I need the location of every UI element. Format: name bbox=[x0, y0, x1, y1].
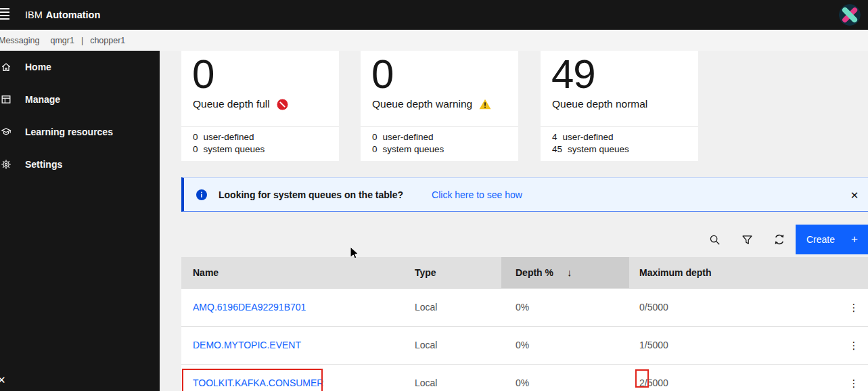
row-overflow-menu-icon[interactable]: ⋮ bbox=[847, 289, 861, 326]
column-header-maximum-depth[interactable]: Maximum depth bbox=[639, 257, 712, 288]
table-row: TOOLKIT.KAFKA.CONSUMER Local 0% 2/5000 ⋮ bbox=[181, 364, 868, 391]
filter-button[interactable] bbox=[731, 225, 763, 254]
card-value: 49 bbox=[551, 52, 595, 97]
warning-icon bbox=[479, 99, 491, 110]
sidebar-item-home[interactable]: Home bbox=[0, 51, 160, 83]
card-stats: 0user-defined 0system queues bbox=[372, 131, 444, 156]
breadcrumb-separator: | bbox=[81, 36, 83, 45]
stat-label: system queues bbox=[204, 144, 265, 154]
stat-label: user-defined bbox=[563, 132, 614, 142]
breadcrumb-section[interactable]: Messaging bbox=[0, 36, 39, 45]
create-button[interactable]: Create + bbox=[796, 225, 868, 254]
column-header-depth-percent[interactable]: Depth % bbox=[516, 257, 553, 288]
row-overflow-menu-icon[interactable]: ⋮ bbox=[847, 327, 861, 364]
create-button-label: Create bbox=[806, 234, 835, 245]
card-divider bbox=[361, 127, 518, 127]
queue-type: Local bbox=[415, 327, 437, 364]
sidebar-item-learning-resources[interactable]: Learning resources bbox=[0, 116, 160, 148]
sort-descending-icon[interactable]: ↓ bbox=[567, 257, 572, 288]
queues-table: Name Type Depth % ↓ Maximum depth AMQ.61… bbox=[181, 257, 868, 391]
breadcrumb-queue-manager[interactable]: qmgr1 bbox=[50, 36, 74, 45]
max-depth-value: /5000 bbox=[645, 377, 668, 388]
banner-message: Looking for system queues on the table? bbox=[219, 189, 403, 200]
sidebar-item-label: Learning resources bbox=[25, 127, 113, 137]
card-label: Queue depth warning bbox=[372, 98, 472, 110]
sidebar-item-label: Settings bbox=[25, 159, 62, 170]
card-label: Queue depth normal bbox=[552, 98, 647, 110]
queue-depth-percent: 0% bbox=[516, 365, 529, 391]
top-header-bar: IBM Automation bbox=[0, 0, 868, 30]
brand-prefix: IBM bbox=[25, 9, 43, 20]
home-icon bbox=[1, 62, 12, 72]
queue-depth-percent: 0% bbox=[516, 289, 529, 326]
sidebar-item-label: Home bbox=[25, 62, 51, 72]
queue-maximum-depth: 1/5000 bbox=[639, 327, 668, 364]
info-icon bbox=[196, 189, 207, 200]
queue-depth-percent: 0% bbox=[516, 327, 529, 364]
education-icon bbox=[1, 127, 12, 137]
breadcrumb: Messaging qmgr1 | chopper1 bbox=[0, 30, 868, 51]
card-queue-depth-normal: 49 Queue depth normal 4user-defined 45sy… bbox=[541, 51, 698, 161]
card-queue-depth-full: 0 Queue depth full 0user-defined 0system… bbox=[181, 51, 339, 161]
stat-label: system queues bbox=[383, 144, 444, 154]
current-depth-value: 2 bbox=[639, 377, 645, 388]
sidebar-item-settings[interactable]: Settings bbox=[0, 148, 160, 181]
stat-value: 45 bbox=[552, 143, 562, 156]
search-icon bbox=[709, 234, 721, 246]
stat-label: user-defined bbox=[204, 132, 254, 142]
card-label: Queue depth full bbox=[193, 98, 270, 110]
column-header-type[interactable]: Type bbox=[415, 257, 436, 288]
banner-link[interactable]: Click here to see how bbox=[432, 189, 522, 200]
add-icon: + bbox=[851, 233, 858, 246]
stat-value: 4 bbox=[552, 131, 557, 143]
card-value: 0 bbox=[192, 52, 214, 97]
stat-value: 0 bbox=[193, 131, 198, 143]
card-stats: 4user-defined 45system queues bbox=[552, 131, 629, 156]
table-row: DEMO.MYTOPIC.EVENT Local 0% 1/5000 ⋮ bbox=[181, 326, 868, 364]
left-nav-sidebar: Home Manage Learning resources bbox=[0, 51, 160, 391]
table-header-row: Name Type Depth % ↓ Maximum depth bbox=[181, 257, 868, 288]
queue-maximum-depth: 2/5000 bbox=[639, 365, 668, 391]
queue-name-link[interactable]: AMQ.6196DEA92291B701 bbox=[193, 289, 306, 326]
sidebar-item-label: Manage bbox=[25, 94, 60, 105]
filter-icon bbox=[741, 234, 753, 246]
column-header-name[interactable]: Name bbox=[193, 257, 219, 288]
card-divider bbox=[181, 127, 339, 127]
refresh-button[interactable] bbox=[763, 225, 796, 254]
queue-maximum-depth: 0/5000 bbox=[639, 289, 668, 326]
stat-value: 0 bbox=[193, 143, 198, 156]
info-banner: Looking for system queues on the table? … bbox=[181, 177, 868, 212]
card-queue-depth-warning: 0 Queue depth warning 0user-defined 0sys… bbox=[361, 51, 518, 161]
queue-name-link[interactable]: DEMO.MYTOPIC.EVENT bbox=[193, 327, 301, 364]
banner-close-icon[interactable]: ✕ bbox=[841, 178, 868, 212]
breadcrumb-instance: chopper1 bbox=[90, 36, 125, 45]
hamburger-menu-icon[interactable] bbox=[0, 8, 11, 22]
blocked-icon bbox=[277, 99, 288, 110]
mq-console-screen: IBM Automation Messaging qmgr1 | chopper… bbox=[0, 0, 868, 391]
row-overflow-menu-icon[interactable]: ⋮ bbox=[847, 365, 861, 391]
avatar[interactable] bbox=[839, 4, 861, 26]
app-title: IBM Automation bbox=[25, 0, 100, 30]
card-stats: 0user-defined 0system queues bbox=[193, 131, 265, 156]
stat-value: 0 bbox=[372, 143, 378, 156]
queue-type: Local bbox=[415, 365, 437, 391]
table-row: AMQ.6196DEA92291B701 Local 0% 0/5000 ⋮ bbox=[181, 288, 868, 326]
brand-name: Automation bbox=[46, 9, 101, 20]
stat-label: user-defined bbox=[383, 132, 434, 142]
table-toolbar: Create + bbox=[698, 225, 868, 254]
settings-icon bbox=[1, 159, 12, 170]
queue-type: Local bbox=[415, 289, 437, 326]
card-divider bbox=[541, 127, 698, 127]
notification-close-icon[interactable]: ✕ bbox=[0, 374, 6, 386]
queue-name-link[interactable]: TOOLKIT.KAFKA.CONSUMER bbox=[193, 365, 323, 391]
avatar-x-logo bbox=[839, 4, 861, 26]
refresh-icon bbox=[773, 233, 785, 246]
stat-value: 0 bbox=[372, 131, 378, 143]
search-button[interactable] bbox=[698, 225, 731, 254]
manage-icon bbox=[1, 94, 12, 105]
sidebar-item-manage[interactable]: Manage bbox=[0, 83, 160, 116]
stat-label: system queues bbox=[568, 144, 629, 154]
card-value: 0 bbox=[371, 52, 393, 97]
